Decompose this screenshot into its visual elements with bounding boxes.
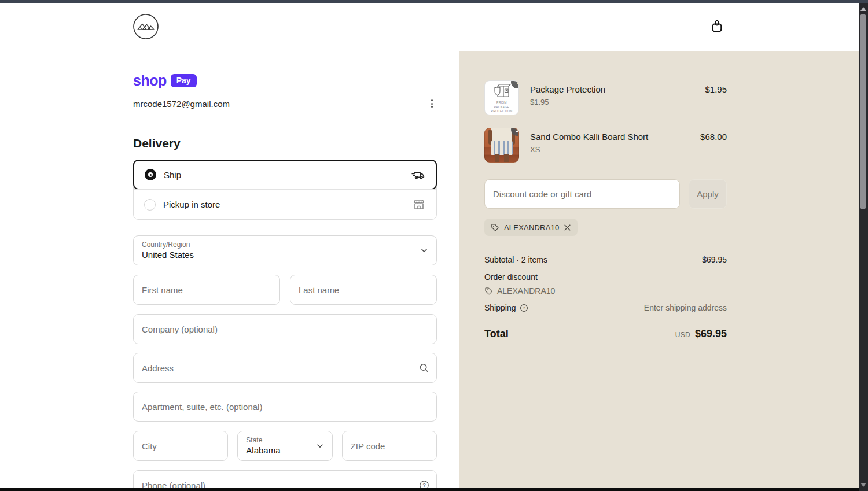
account-email-row: mrcode1572@gmail.com <box>133 97 437 110</box>
product-photo-shirt <box>491 128 512 142</box>
store-logo[interactable] <box>132 13 160 40</box>
item-price: $68.00 <box>700 128 727 142</box>
cart-item-board-short: 1 Sand Combo Kalli Board Short XS $68.00 <box>484 128 727 163</box>
city-input[interactable] <box>133 431 228 461</box>
svg-text:?: ? <box>422 482 425 488</box>
shipping-help-icon[interactable]: ? <box>520 304 528 312</box>
scroll-up-arrow[interactable] <box>860 7 866 11</box>
state-value: Alabama <box>246 445 323 455</box>
item-thumbnail: 1 <box>484 128 519 163</box>
country-label: Country/Region <box>142 241 428 249</box>
total-label: Total <box>484 328 509 340</box>
checkout-form-pane: shop Pay mrcode1572@gmail.com Delivery S… <box>0 51 459 491</box>
chevron-down-icon <box>420 246 428 254</box>
account-menu-button[interactable] <box>426 98 437 109</box>
browser-top-edge <box>0 0 868 3</box>
apply-discount-button[interactable]: Apply <box>689 179 727 209</box>
applied-discount-pill: ALEXANDRA10 <box>484 219 578 236</box>
country-value: United States <box>142 250 428 260</box>
item-price: $1.95 <box>705 80 727 94</box>
zip-input[interactable] <box>342 431 437 461</box>
address-input[interactable] <box>133 353 437 383</box>
content-split: shop Pay mrcode1572@gmail.com Delivery S… <box>0 51 859 491</box>
mountain-logo-icon <box>132 13 160 40</box>
store-header <box>0 3 859 51</box>
ship-radio[interactable] <box>145 169 156 180</box>
first-name-input[interactable] <box>133 275 280 305</box>
item-name: Sand Combo Kalli Board Short <box>530 132 689 142</box>
item-variant: $1.95 <box>530 98 694 106</box>
company-input[interactable] <box>133 314 437 344</box>
ship-option-label: Ship <box>164 170 410 180</box>
chevron-down-icon <box>316 442 324 450</box>
subtotal-value: $69.95 <box>702 255 727 264</box>
search-icon <box>418 363 429 374</box>
cart-item-package-protection: 1 PRISM PACKAGE PROTECTION Package Pro <box>484 80 727 115</box>
discount-code-input[interactable] <box>484 179 680 209</box>
applied-discount-code: ALEXANDRA10 <box>504 223 559 232</box>
apartment-input[interactable] <box>133 392 437 422</box>
pickup-radio[interactable] <box>144 199 156 211</box>
currency-code: USD <box>675 331 690 339</box>
subtotal-label: Subtotal · 2 items <box>484 255 547 264</box>
account-email: mrcode1572@gmail.com <box>133 99 230 109</box>
tag-icon <box>484 287 493 296</box>
total-value: $69.95 <box>695 328 727 340</box>
state-select[interactable]: State Alabama <box>237 431 332 461</box>
delivery-option-pickup[interactable]: Pickup in store <box>134 189 436 219</box>
shop-pay-badge: Pay <box>171 74 197 87</box>
browser-bottom-edge <box>0 488 859 491</box>
truck-icon <box>410 167 425 182</box>
delivery-option-ship[interactable]: Ship <box>133 160 437 190</box>
order-discount-code-row: ALEXANDRA10 <box>484 286 727 296</box>
delivery-heading: Delivery <box>133 136 437 150</box>
shop-pay-logo: shop Pay <box>133 72 437 88</box>
scroll-down-arrow[interactable] <box>860 483 866 487</box>
discount-row: Apply <box>484 179 727 209</box>
package-shield-art <box>490 82 513 100</box>
store-icon <box>412 198 426 212</box>
thumbnail-caption: PRISM PACKAGE PROTECTION <box>488 101 515 114</box>
shop-pay-wordmark: shop <box>133 73 167 88</box>
vertical-scrollbar[interactable] <box>859 3 868 491</box>
cart-button[interactable] <box>708 18 726 35</box>
tag-icon <box>491 223 499 232</box>
checkout-page: shop Pay mrcode1572@gmail.com Delivery S… <box>0 3 859 491</box>
order-discount-code: ALEXANDRA10 <box>497 286 555 296</box>
scrollbar-thumb[interactable] <box>860 14 866 209</box>
shipping-value: Enter shipping address <box>644 303 727 312</box>
totals-section: Subtotal · 2 items $69.95 Order discount… <box>484 255 727 340</box>
order-discount-label: Order discount <box>484 272 538 282</box>
delivery-method-group: Ship Pickup <box>133 160 437 220</box>
remove-discount-icon[interactable] <box>564 224 571 231</box>
state-label: State <box>246 436 323 444</box>
shipping-label: Shipping <box>484 303 516 312</box>
order-summary-pane: 1 PRISM PACKAGE PROTECTION Package Pro <box>459 51 859 491</box>
last-name-input[interactable] <box>290 275 437 305</box>
item-name: Package Protection <box>530 84 694 94</box>
pickup-option-label: Pickup in store <box>163 200 412 209</box>
shopping-bag-icon <box>708 18 726 35</box>
product-photo-shorts <box>491 141 513 155</box>
section-divider <box>133 119 437 119</box>
country-select[interactable]: Country/Region United States <box>133 235 437 265</box>
item-variant: XS <box>530 145 689 154</box>
item-thumbnail: 1 PRISM PACKAGE PROTECTION <box>484 80 519 115</box>
svg-text:?: ? <box>523 305 525 311</box>
